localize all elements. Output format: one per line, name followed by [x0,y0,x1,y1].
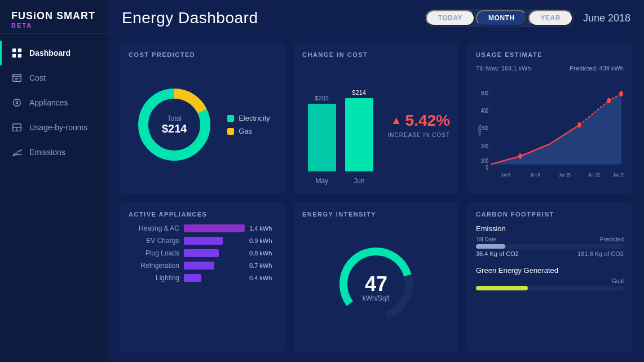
sidebar-nav: Dashboard Cost [0,41,108,362]
heating-name: Heating & AC [129,224,179,232]
appliances-list: Heating & AC 1.4 kWh EV Charge 0.9 kWh P… [129,224,276,345]
svg-text:Jun 22: Jun 22 [588,171,600,178]
green-bar-fill [476,286,528,290]
card-usage-estimate: USAGE ESTIMATE Till Now: 164.1 kWh Predi… [467,42,633,194]
change-desc: INCREASE IN COST [388,132,450,138]
donut-chart: Total $214 [135,85,214,164]
beta-badge: BETA [11,22,96,29]
electricity-dot [227,115,234,122]
gauge-value: 47 [363,274,390,294]
heating-value: 1.4 kWh [249,225,276,232]
donut-center: Total $214 [162,114,187,135]
card-change-in-cost: CHANGE IN COST $203 May $214 [293,42,459,194]
usage-est-header: Till Now: 164.1 kWh Predicted: 439 kWh [476,65,624,72]
may-bar [308,104,336,171]
sidebar-item-usage-by-rooms[interactable]: Usage-by-rooms [0,115,108,140]
appliances-label: Appliances [29,98,68,107]
heating-bar [184,224,245,232]
goal-label: Goal [612,278,624,284]
may-value: $203 [315,95,329,101]
svg-rect-4 [13,74,21,82]
appliance-row-fridge: Refrigeration 0.7 kWh [129,262,276,270]
appliance-row-lighting: Lighting 0.4 kWh [129,274,276,282]
emission-section: Emission Till Date Predicted 36.4 Kg of … [476,224,624,259]
increase-icon: ▲ [391,114,402,127]
header: Energy Dashboard TODAY MONTH YEAR June 2… [108,0,644,33]
brand-name: FUSiON SMART [11,10,96,22]
heating-bar-bg [184,224,245,232]
emission-values: 36.4 Kg of CO2 181.8 Kg of CO2 [476,250,624,257]
till-date-label: Till Date [476,236,496,242]
svg-text:500: 500 [481,89,488,96]
svg-text:Jun 29: Jun 29 [613,171,624,178]
dashboard-grid: COST PREDICTED Total $214 [108,33,644,362]
tab-today[interactable]: TODAY [426,10,475,26]
card-active-appliances: ACTIVE APPLIANCES Heating & AC 1.4 kWh E… [120,202,285,354]
jun-bar [345,98,373,171]
svg-rect-1 [18,48,21,52]
bar-chart-area: $203 May $214 Jun [302,65,379,185]
cost-predicted-content: Total $214 Electricity Gas [129,65,276,185]
page-title: Energy Dashboard [122,9,258,27]
main-content: Energy Dashboard TODAY MONTH YEAR June 2… [108,0,644,362]
predicted-label: Predicted: 439 kWh [570,65,624,72]
total-label: Total [162,114,187,122]
svg-rect-2 [12,54,16,58]
usage-est-title: USAGE ESTIMATE [476,51,624,58]
jun-value: $214 [352,89,366,96]
svg-text:kWh: kWh [477,125,482,136]
svg-rect-0 [12,48,16,52]
fridge-bar-bg [184,262,245,270]
tab-year[interactable]: YEAR [528,10,573,26]
svg-point-34 [607,98,611,104]
emissions-label: Emissions [29,148,65,157]
cost-label: Cost [29,73,46,82]
svg-text:Jun 8: Jun 8 [501,171,510,178]
sidebar-item-cost[interactable]: Cost [0,65,108,90]
sidebar-item-appliances[interactable]: Appliances [0,90,108,115]
change-cost-title: CHANGE IN COST [302,51,450,58]
total-value: $214 [162,122,187,135]
green-bar-bg [476,286,624,290]
fridge-value: 0.7 kWh [249,262,276,269]
green-energy-title: Green Energy Generated [476,266,624,275]
svg-text:400: 400 [481,107,488,114]
ev-bar [184,237,223,245]
green-energy-row: Goal [476,278,624,284]
ev-bar-bg [184,237,245,245]
predicted-bar-label: Predicted [600,236,624,242]
jun-label: Jun [354,177,364,185]
plug-bar-bg [184,249,245,257]
emission-bar-bg [476,244,624,249]
predicted-value: 181.8 Kg of CO2 [577,250,624,257]
svg-text:0: 0 [486,164,488,171]
svg-text:300: 300 [481,125,488,132]
time-tabs: TODAY MONTH YEAR [425,9,574,27]
rooms-label: Usage-by-rooms [29,123,87,132]
plug-name: Plug Loads [129,249,179,257]
tab-month[interactable]: MONTH [476,10,527,26]
till-date-value: 36.4 Kg of CO2 [476,250,519,257]
grid-icon [11,47,23,59]
sidebar-item-dashboard[interactable]: Dashboard [0,41,108,65]
svg-rect-3 [18,54,21,58]
appliance-row-ev: EV Charge 0.9 kWh [129,237,276,245]
change-cost-content: $203 May $214 Jun ▲ [302,65,450,185]
svg-point-9 [16,101,18,104]
legend-electricity: Electricity [227,114,270,122]
card-cost-predicted: COST PREDICTED Total $214 [120,42,285,194]
energy-intensity-title: ENERGY INTENSITY [302,211,450,218]
ev-name: EV Charge [129,237,179,245]
sidebar: FUSiON SMART BETA Dashboard [0,0,108,362]
gauge-container: 47 kWh/Sqft [334,242,418,326]
lighting-bar-bg [184,274,245,282]
till-now-label: Till Now: 164.1 kWh [476,65,531,72]
cost-legend: Electricity Gas [227,114,270,135]
gauge-center: 47 kWh/Sqft [363,274,390,302]
dashboard-label: Dashboard [29,48,70,58]
sidebar-item-emissions[interactable]: Emissions [0,140,108,165]
svg-point-8 [14,99,21,107]
plug-bar [184,249,219,257]
card-energy-intensity: ENERGY INTENSITY 47 kWh/Sqft [293,202,459,354]
bars-container: $203 May $214 Jun [308,106,373,185]
